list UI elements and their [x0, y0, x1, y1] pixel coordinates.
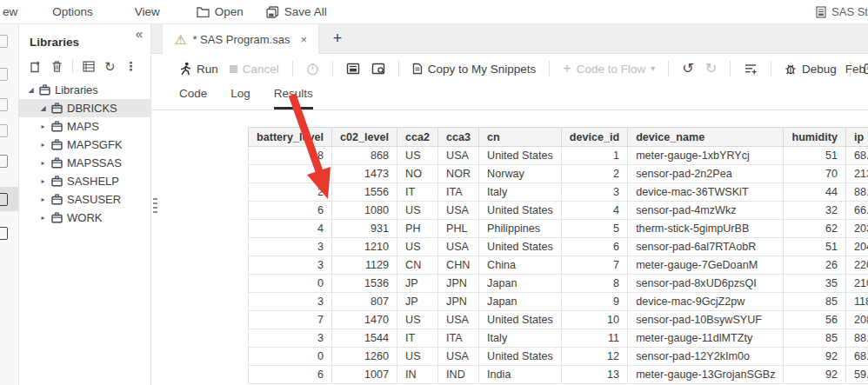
editor-toolbar: Run Cancel	[151, 54, 868, 83]
activity-strip	[0, 24, 19, 385]
table-row[interactable]: 61007ININDIndia13meter-gauge-13GrojanSGB…	[249, 366, 868, 384]
activity-icon-2[interactable]	[0, 68, 8, 81]
menu-item-new[interactable]: ew	[3, 5, 17, 18]
submission-history-button[interactable]	[306, 63, 319, 76]
app-badge[interactable]: SAS St	[816, 0, 868, 23]
cell-device_name: sensor-pad-8xUD6pzsQI	[628, 275, 784, 293]
activity-icon-6[interactable]	[0, 227, 8, 240]
cell-device_id: 8	[561, 275, 627, 293]
tree-collapsed-icon[interactable]: ▸	[39, 141, 47, 149]
code-to-flow-button[interactable]: + Code to Flow ▾	[563, 62, 655, 76]
cell-c02_level: 1080	[332, 202, 397, 220]
library-icon	[51, 212, 63, 223]
tree-item-label: SASUSER	[67, 193, 121, 206]
tree-item-label: WORK	[67, 211, 102, 224]
save-all-button[interactable]: Save All	[266, 5, 327, 18]
activity-icon-selected[interactable]	[0, 187, 18, 211]
table-row[interactable]: 3807JPJPNJapan9device-mac-9GcjZ2pw85118.…	[249, 293, 868, 311]
table-row[interactable]: 31129CNCHNChina7meter-gauge-7GeDoanM2622…	[249, 256, 868, 275]
column-header-device_id[interactable]: device_id	[561, 128, 627, 147]
subtab-code[interactable]: Code	[179, 87, 207, 110]
column-header-battery_level[interactable]: battery_level	[249, 128, 332, 147]
copy-to-snippets-button[interactable]: Copy to My Snippets	[412, 63, 537, 76]
cell-cca3: CHN	[438, 256, 479, 275]
program-summary-button[interactable]	[346, 63, 360, 75]
cell-device_name: meter-gauge-13GrojanSGBz	[628, 366, 784, 384]
activity-icon-5[interactable]	[0, 155, 8, 168]
new-tab-button[interactable]: +	[319, 24, 356, 53]
tree-item-sasuser[interactable]: ▸ SASUSER	[19, 190, 150, 209]
column-header-ip[interactable]: ip	[845, 128, 868, 147]
cell-ip: 68.161.225.1	[845, 147, 868, 165]
cancel-button[interactable]: Cancel	[230, 63, 279, 76]
activity-icon-3[interactable]	[0, 98, 8, 111]
debug-button[interactable]: Debug	[785, 63, 837, 76]
table-row[interactable]: 61080USUSAUnited States4sensor-pad-4mzWk…	[249, 202, 868, 220]
cell-c02_level: 1260	[332, 348, 397, 366]
cell-ip: 88.36.5.1	[845, 183, 868, 202]
close-tab-icon[interactable]: ×	[300, 33, 307, 46]
open-button[interactable]: Open	[197, 5, 244, 18]
tree-collapsed-icon[interactable]: ▸	[39, 159, 47, 167]
panel-resize-handle[interactable]	[153, 198, 157, 213]
column-header-humidity[interactable]: humidity	[784, 128, 845, 147]
table-row[interactable]: 71470USUSAUnited States10sensor-pad-10Bs…	[249, 311, 868, 329]
tree-item-mapsgfk[interactable]: ▸ MAPSGFK	[19, 136, 150, 154]
activity-icon-1[interactable]	[0, 35, 8, 48]
collapse-panel-icon[interactable]: «	[136, 26, 143, 41]
table-row[interactable]: 8868USUSAUnited States1meter-gauge-1xbYR…	[249, 147, 868, 165]
redo-button[interactable]: ↻	[705, 62, 717, 76]
column-header-c02_level[interactable]: c02_level	[332, 128, 397, 147]
table-row[interactable]: 4931PHPHLPhilippines5therm-stick-5gimpUr…	[249, 220, 868, 238]
column-header-cca2[interactable]: cca2	[397, 128, 438, 147]
library-icon	[51, 103, 63, 114]
menu-item-view[interactable]: View	[135, 5, 160, 18]
table-row[interactable]: 31544ITITAItaly11meter-gauge-11dlMTZty85…	[249, 329, 868, 348]
tree-item-mapssas[interactable]: ▸ MAPSSAS	[19, 154, 150, 172]
tree-collapsed-icon[interactable]: ▸	[39, 123, 47, 130]
table-row[interactable]: 21556ITITAItaly3device-mac-36TWSKiT4488.…	[249, 183, 868, 202]
column-header-device_name[interactable]: device_name	[628, 128, 784, 147]
new-library-icon[interactable]	[30, 60, 42, 73]
refresh-icon[interactable]: ↻	[104, 60, 116, 73]
cell-cca3: USA	[438, 238, 479, 256]
cell-cca3: JPN	[438, 275, 479, 293]
menu-item-options-label: Options	[52, 5, 93, 18]
redo-icon: ↻	[705, 62, 717, 76]
tree-item-maps[interactable]: ▸ MAPS	[19, 117, 150, 136]
tree-item-dbricks[interactable]: ◢ DBRICKS	[19, 99, 150, 117]
cell-humidity: 70	[784, 165, 845, 183]
table-row[interactable]: 01260USUSAUnited States12sensor-pad-12Y2…	[249, 348, 868, 366]
tree-collapsed-icon[interactable]: ▸	[39, 196, 47, 203]
undo-button[interactable]: ↺	[682, 62, 693, 76]
cell-c02_level: 1536	[332, 275, 397, 293]
subtab-results[interactable]: Results	[274, 87, 313, 110]
tree-expanded-icon[interactable]: ◢	[39, 104, 47, 112]
tree-item-work[interactable]: ▸ WORK	[19, 209, 150, 227]
preview-button[interactable]	[371, 63, 385, 75]
table-properties-icon[interactable]	[83, 61, 95, 72]
table-row[interactable]: 01536JPJPNJapan8sensor-pad-8xUD6pzsQI352…	[249, 275, 868, 293]
tree-collapsed-icon[interactable]: ▸	[39, 177, 47, 185]
editor-preferences-button[interactable]	[744, 63, 758, 75]
table-row[interactable]: 31210USUSAUnited States6sensor-pad-6al7R…	[249, 238, 868, 256]
copy-to-snippets-label: Copy to My Snippets	[428, 63, 537, 76]
delete-icon[interactable]	[51, 60, 63, 73]
column-header-cn[interactable]: cn	[479, 128, 562, 147]
table-header-row: battery_levelc02_levelcca2cca3cndevice_i…	[249, 128, 868, 147]
bug-icon	[785, 63, 797, 76]
subtab-log[interactable]: Log	[230, 87, 250, 110]
tree-item-sashelp[interactable]: ▸ SASHELP	[19, 172, 150, 190]
more-options-icon[interactable]: ⋮	[125, 60, 137, 72]
menu-item-options[interactable]: Options	[52, 5, 93, 18]
tree-expanded-icon[interactable]: ◢	[27, 86, 35, 94]
activity-icon-4[interactable]	[0, 124, 8, 137]
tree-collapsed-icon[interactable]: ▸	[39, 214, 47, 222]
column-header-cca3[interactable]: cca3	[438, 128, 479, 147]
run-button[interactable]: Run	[178, 62, 218, 76]
tab-sas-program[interactable]: ⚠ * SAS Program.sas ×	[162, 24, 319, 54]
tree-root-libraries[interactable]: ◢ Libraries	[19, 81, 150, 99]
cell-cca2: US	[397, 202, 438, 220]
cell-c02_level: 807	[332, 293, 397, 311]
table-row[interactable]: 71473NONORNorway2sensor-pad-2n2Pea70213.…	[249, 165, 868, 183]
